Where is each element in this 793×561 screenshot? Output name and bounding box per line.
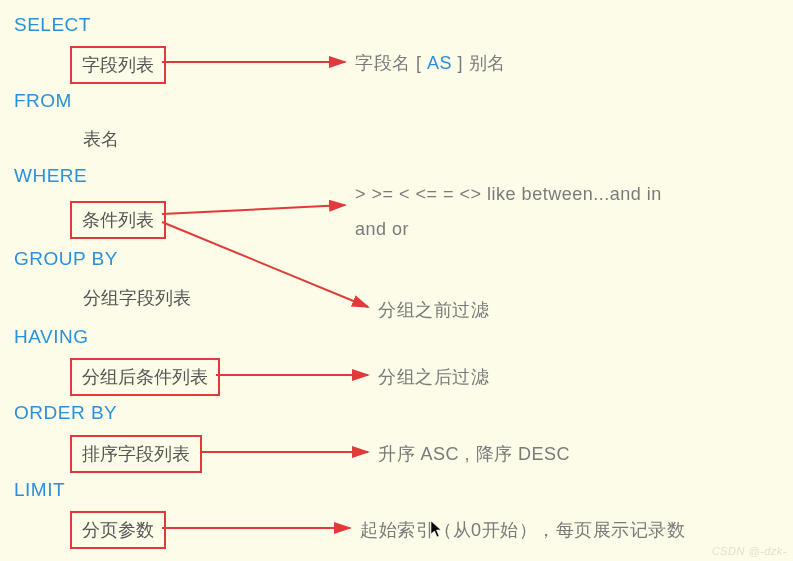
desc-select-prefix: 字段名 [ — [355, 53, 422, 73]
sub-from-table: 表名 — [83, 127, 119, 151]
desc-select: 字段名 [ AS ] 别名 — [355, 51, 506, 75]
desc-where-line2: and or — [355, 219, 409, 240]
desc-where-line3: 分组之前过滤 — [378, 298, 489, 322]
box-limit-params: 分页参数 — [70, 511, 166, 549]
arrow-layer — [0, 0, 793, 561]
arrow-where-pregroup — [162, 222, 368, 307]
desc-limit: 起始索引（从0开始），每页展示记录数 — [360, 518, 685, 542]
keyword-orderby: ORDER BY — [14, 402, 117, 424]
mouse-cursor-icon — [430, 520, 444, 538]
desc-select-as: AS — [422, 53, 458, 73]
watermark: CSDN @-dzk- — [712, 545, 787, 557]
desc-orderby: 升序 ASC , 降序 DESC — [378, 442, 570, 466]
box-having-conditions: 分组后条件列表 — [70, 358, 220, 396]
keyword-limit: LIMIT — [14, 479, 65, 501]
box-select-fields: 字段列表 — [70, 46, 166, 84]
arrow-where-ops — [162, 205, 345, 214]
box-orderby-fields: 排序字段列表 — [70, 435, 202, 473]
keyword-where: WHERE — [14, 165, 87, 187]
box-where-conditions: 条件列表 — [70, 201, 166, 239]
keyword-from: FROM — [14, 90, 72, 112]
sub-groupby-fields: 分组字段列表 — [83, 286, 191, 310]
desc-where-line1: > >= < <= = <> like between...and in — [355, 184, 662, 205]
sql-diagram: SELECT 字段列表 字段名 [ AS ] 别名 FROM 表名 WHERE … — [0, 0, 793, 561]
keyword-select: SELECT — [14, 14, 91, 36]
keyword-having: HAVING — [14, 326, 88, 348]
desc-select-suffix: ] 别名 — [458, 53, 506, 73]
keyword-groupby: GROUP BY — [14, 248, 118, 270]
desc-having: 分组之后过滤 — [378, 365, 489, 389]
